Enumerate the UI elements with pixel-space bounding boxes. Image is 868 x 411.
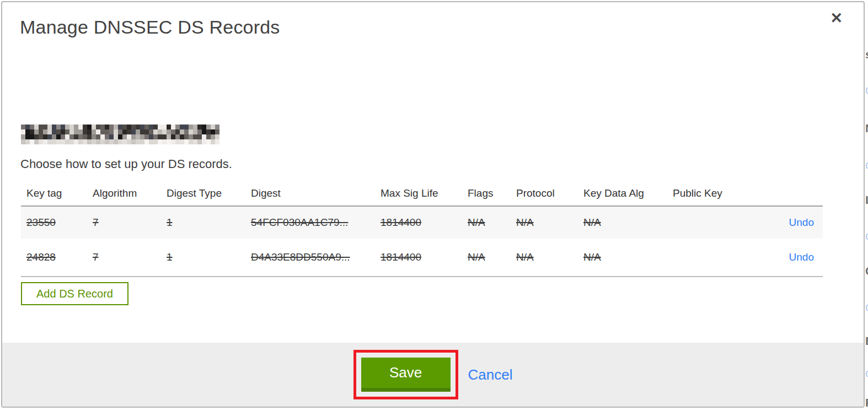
column-header: Digest Type <box>161 187 245 199</box>
background-text-fragment: d <box>865 84 868 95</box>
modal-title: Manage DNSSEC DS Records <box>20 17 280 38</box>
modal-footer: Save Cancel <box>2 343 864 407</box>
background-page-sliver: sdNdLdCdEdP <box>865 0 868 411</box>
annotation-red-box: Save <box>353 350 458 399</box>
background-text-fragment: s <box>865 48 868 60</box>
background-text-fragment: L <box>865 194 868 206</box>
column-header: Max Sig Life <box>375 187 462 199</box>
add-ds-record-button[interactable]: Add DS Record <box>21 282 128 305</box>
manage-dnssec-modal: Manage DNSSEC DS Records ✕ Choose how to… <box>1 1 865 408</box>
background-text-fragment: d <box>865 301 868 312</box>
cell-algorithm: 7 <box>87 217 161 229</box>
table-body: 235507154FCF030AA1C79...1814400N/AN/AN/A… <box>21 206 823 277</box>
cell-max-sig-life: 1814400 <box>375 217 462 229</box>
table-row: 2482871D4A33E8DD550A9...1814400N/AN/AN/A… <box>21 239 823 276</box>
cell-digest-type: 1 <box>161 217 245 229</box>
cell-digest: 54FCF030AA1C79... <box>245 217 375 229</box>
save-button[interactable]: Save <box>361 358 451 392</box>
background-text-fragment: E <box>865 335 868 347</box>
background-text-fragment: d <box>865 159 868 170</box>
column-header: Protocol <box>511 187 578 199</box>
cancel-link[interactable]: Cancel <box>468 366 513 383</box>
cell-action: Undo <box>750 217 823 229</box>
cell-key-tag: 24828 <box>21 251 87 263</box>
undo-link[interactable]: Undo <box>789 251 814 263</box>
column-header: Digest <box>245 187 375 199</box>
column-header: Algorithm <box>87 187 161 199</box>
cell-flags: N/A <box>462 217 511 229</box>
column-header: Key Data Alg <box>578 187 667 199</box>
cell-digest-type: 1 <box>161 251 245 263</box>
page: sdNdLdCdEdP Manage DNSSEC DS Records ✕ C… <box>0 0 868 411</box>
cell-algorithm: 7 <box>87 251 161 263</box>
column-header: Flags <box>462 187 511 199</box>
background-text-fragment: C <box>865 265 868 277</box>
cell-protocol: N/A <box>511 217 578 229</box>
cell-max-sig-life: 1814400 <box>375 251 462 263</box>
cell-digest: D4A33E8DD550A9... <box>245 251 375 263</box>
cell-key-tag: 23550 <box>21 217 87 229</box>
background-text-fragment: d <box>865 367 868 378</box>
cell-flags: N/A <box>462 251 511 263</box>
cell-key-data-alg: N/A <box>578 251 667 263</box>
modal-subtitle: Choose how to set up your DS records. <box>20 157 232 171</box>
close-icon[interactable]: ✕ <box>830 11 843 26</box>
background-text-fragment: N <box>865 122 868 134</box>
cell-key-data-alg: N/A <box>578 217 667 229</box>
ds-records-table: Key tagAlgorithmDigest TypeDigestMax Sig… <box>21 181 823 277</box>
undo-link[interactable]: Undo <box>789 217 814 228</box>
column-header: Public Key <box>667 187 750 199</box>
background-text-fragment: d <box>865 230 868 241</box>
cell-action: Undo <box>750 251 823 263</box>
table-header: Key tagAlgorithmDigest TypeDigestMax Sig… <box>21 181 823 206</box>
column-header: Key tag <box>21 187 87 199</box>
table-row: 235507154FCF030AA1C79...1814400N/AN/AN/A… <box>21 207 823 239</box>
background-text-fragment: P <box>865 397 868 408</box>
redacted-domain <box>21 125 219 144</box>
cell-protocol: N/A <box>511 251 578 263</box>
